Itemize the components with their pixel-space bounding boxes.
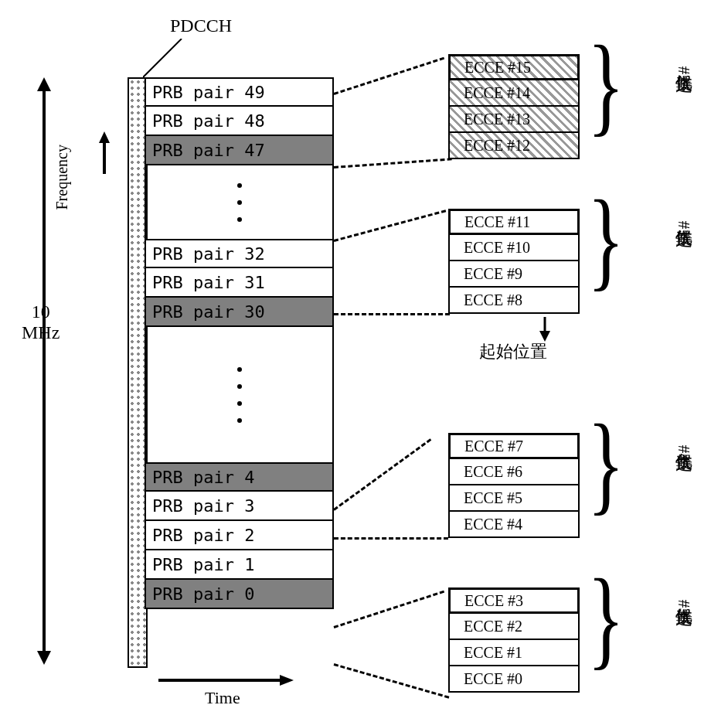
connector-dashed-line xyxy=(334,591,445,628)
frequency-arrow-icon xyxy=(93,131,116,178)
ecce-row: ECCE #9 xyxy=(448,261,580,288)
prb-gap xyxy=(145,327,334,462)
prb-row: PRB pair 2 xyxy=(145,521,334,550)
ecce-group: ECCE #11ECCE #10ECCE #9ECCE #8 xyxy=(448,209,580,314)
svg-line-0 xyxy=(143,39,182,77)
ecce-row: ECCE #4 xyxy=(448,512,580,538)
ecce-row: ECCE #11 xyxy=(448,209,580,235)
prb-column: PRB pair 49 PRB pair 48 PRB pair 47 PRB … xyxy=(128,77,334,609)
ecce-row: ECCE #13 xyxy=(448,107,580,133)
diagram-container: PDCCH Frequency 10 MHz PRB pair 49 PRB p… xyxy=(15,15,711,711)
ellipsis-dot-icon xyxy=(237,367,242,372)
start-position-label: 起始位置 xyxy=(479,340,547,363)
prb-row: PRB pair 1 xyxy=(145,550,334,580)
ellipsis-dot-icon xyxy=(237,418,242,423)
connector-dashed-line xyxy=(334,663,450,699)
pdcch-label: PDCCH xyxy=(170,15,232,36)
ecce-row: ECCE #8 xyxy=(448,288,580,314)
prb-row: PRB pair 0 xyxy=(145,580,334,609)
svg-marker-5 xyxy=(37,651,51,665)
ecce-row: ECCE #12 xyxy=(448,133,580,159)
ecce-group: ECCE #15ECCE #14ECCE #13ECCE #12 xyxy=(448,54,580,159)
ecce-row: ECCE #15 xyxy=(448,54,580,80)
ecce-row: ECCE #7 xyxy=(448,433,580,459)
prb-row: PRB pair 4 xyxy=(145,462,334,492)
svg-marker-4 xyxy=(37,77,51,91)
bandwidth-double-arrow-icon xyxy=(32,77,56,665)
prb-row: PRB pair 47 xyxy=(145,136,334,165)
ecce-row: ECCE #14 xyxy=(448,80,580,107)
connector-dashed-line xyxy=(334,313,450,315)
ecce-row: ECCE #2 xyxy=(448,614,580,640)
prb-row: PRB pair 32 xyxy=(145,239,334,268)
prb-row: PRB pair 48 xyxy=(145,107,334,136)
ecce-group: ECCE #3ECCE #2ECCE #1ECCE #0 xyxy=(448,587,580,693)
ecce-row: ECCE #5 xyxy=(448,485,580,512)
connector-dashed-line xyxy=(333,438,431,511)
time-axis-label: Time xyxy=(205,688,240,708)
ecce-row: ECCE #1 xyxy=(448,640,580,666)
connector-dashed-line xyxy=(334,57,445,95)
time-arrow-icon xyxy=(155,673,294,688)
ellipsis-dot-icon xyxy=(237,200,242,205)
ecce-group: ECCE #7ECCE #6ECCE #5ECCE #4 xyxy=(448,433,580,538)
prb-row: PRB pair 49 xyxy=(145,77,334,107)
connector-dashed-line xyxy=(334,537,448,540)
ecce-row: ECCE #0 xyxy=(448,666,580,693)
svg-marker-2 xyxy=(99,131,110,143)
connector-dashed-line xyxy=(334,209,447,242)
prb-row: PRB pair 31 xyxy=(145,268,334,298)
candidate-set-label: 候选集 #3 xyxy=(672,595,696,617)
svg-marker-7 xyxy=(280,675,294,686)
pdcch-pointer-line xyxy=(143,39,189,77)
prb-gap xyxy=(145,165,334,239)
brace-icon: } xyxy=(587,184,624,296)
ellipsis-dot-icon xyxy=(237,384,242,389)
prb-row: PRB pair 30 xyxy=(145,298,334,327)
brace-icon: } xyxy=(587,408,624,520)
brace-icon: } xyxy=(587,563,624,675)
candidate-set-label: 候选集 #2 xyxy=(672,62,696,83)
brace-icon: } xyxy=(587,29,624,141)
ecce-row: ECCE #3 xyxy=(448,587,580,614)
candidate-set-label: 候选集 #1 xyxy=(672,216,696,238)
ecce-row: ECCE #10 xyxy=(448,235,580,261)
ellipsis-dot-icon xyxy=(237,401,242,406)
candidate-set-label: 候选集 #4 xyxy=(672,441,696,462)
connector-dashed-line xyxy=(334,158,452,169)
prb-row: PRB pair 3 xyxy=(145,492,334,521)
ellipsis-dot-icon xyxy=(237,217,242,222)
ellipsis-dot-icon xyxy=(237,183,242,188)
ecce-row: ECCE #6 xyxy=(448,459,580,485)
